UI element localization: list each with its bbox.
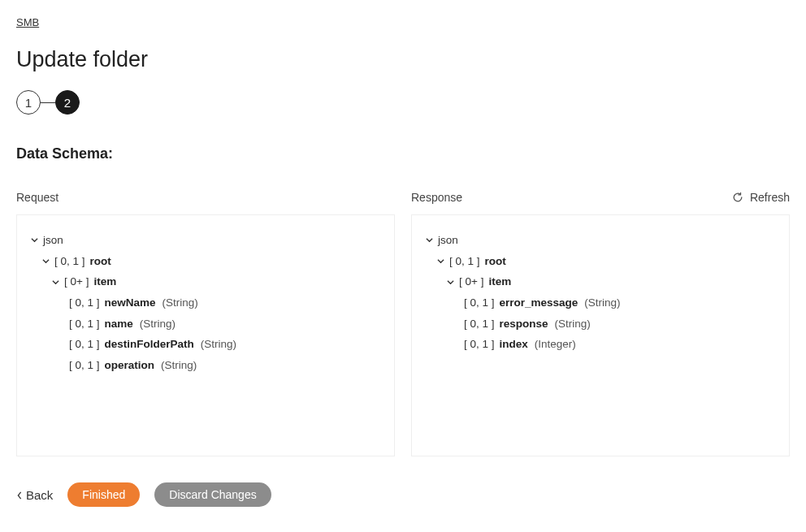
chevron-down-icon[interactable] bbox=[436, 257, 444, 265]
finished-button[interactable]: Finished bbox=[67, 482, 140, 507]
step-connector bbox=[41, 102, 55, 103]
node-type: (String) bbox=[201, 334, 236, 355]
request-panel: json [ 0, 1 ] root [ 0+ ] item [ 0, 1 ] … bbox=[16, 214, 395, 456]
refresh-icon bbox=[732, 192, 743, 203]
cardinality: [ 0+ ] bbox=[64, 271, 89, 292]
request-field-row[interactable]: [ 0, 1 ] name (String) bbox=[30, 314, 381, 335]
request-column: Request json [ 0, 1 ] root [ 0+ ] bbox=[16, 188, 395, 456]
page-title: Update folder bbox=[16, 47, 790, 72]
tree-node-label: json bbox=[438, 230, 458, 251]
request-field-row[interactable]: [ 0, 1 ] operation (String) bbox=[30, 355, 381, 376]
response-json-row[interactable]: json bbox=[425, 230, 776, 251]
cardinality: [ 0+ ] bbox=[459, 271, 483, 292]
node-name: name bbox=[105, 314, 133, 335]
discard-changes-button[interactable]: Discard Changes bbox=[154, 482, 271, 507]
schema-container: Request json [ 0, 1 ] root [ 0+ ] bbox=[16, 188, 790, 456]
chevron-left-icon bbox=[16, 488, 23, 502]
cardinality: [ 0, 1 ] bbox=[449, 251, 480, 272]
response-field-row[interactable]: [ 0, 1 ] index (Integer) bbox=[425, 334, 776, 355]
cardinality: [ 0, 1 ] bbox=[464, 292, 495, 314]
node-type: (String) bbox=[555, 314, 591, 335]
response-label: Response bbox=[411, 191, 462, 204]
chevron-down-icon[interactable] bbox=[41, 257, 50, 265]
cardinality: [ 0, 1 ] bbox=[69, 314, 100, 335]
request-item-row[interactable]: [ 0+ ] item bbox=[30, 271, 381, 292]
step-2[interactable]: 2 bbox=[55, 90, 80, 115]
node-name: root bbox=[90, 251, 111, 272]
chevron-down-icon[interactable] bbox=[446, 279, 454, 286]
response-field-row[interactable]: [ 0, 1 ] error_message (String) bbox=[425, 292, 776, 314]
cardinality: [ 0, 1 ] bbox=[464, 314, 495, 335]
request-root-row[interactable]: [ 0, 1 ] root bbox=[30, 251, 381, 272]
cardinality: [ 0, 1 ] bbox=[69, 292, 100, 314]
request-label: Request bbox=[16, 191, 58, 204]
request-json-row[interactable]: json bbox=[30, 230, 381, 251]
stepper: 1 2 bbox=[16, 90, 790, 115]
response-panel: json [ 0, 1 ] root [ 0+ ] item [ 0, 1 ] … bbox=[411, 214, 790, 456]
node-type: (String) bbox=[162, 292, 198, 314]
node-type: (String) bbox=[140, 314, 176, 335]
node-name: response bbox=[500, 314, 548, 335]
node-type: (String) bbox=[161, 355, 197, 376]
breadcrumb-link[interactable]: SMB bbox=[16, 16, 39, 28]
cardinality: [ 0, 1 ] bbox=[464, 334, 495, 355]
chevron-down-icon[interactable] bbox=[51, 279, 59, 286]
chevron-down-icon[interactable] bbox=[30, 236, 38, 244]
response-field-row[interactable]: [ 0, 1 ] response (String) bbox=[425, 314, 776, 335]
section-title: Data Schema: bbox=[16, 145, 790, 162]
chevron-down-icon[interactable] bbox=[425, 236, 433, 244]
response-root-row[interactable]: [ 0, 1 ] root bbox=[425, 251, 776, 272]
cardinality: [ 0, 1 ] bbox=[69, 334, 100, 355]
back-label: Back bbox=[26, 488, 53, 502]
cardinality: [ 0, 1 ] bbox=[69, 355, 100, 376]
refresh-label: Refresh bbox=[750, 191, 790, 204]
node-name: destinFolderPath bbox=[105, 334, 194, 355]
node-name: root bbox=[485, 251, 506, 272]
node-name: operation bbox=[105, 355, 155, 376]
node-type: (Integer) bbox=[535, 334, 576, 355]
back-button[interactable]: Back bbox=[16, 488, 53, 502]
cardinality: [ 0, 1 ] bbox=[54, 251, 85, 272]
request-field-row[interactable]: [ 0, 1 ] newName (String) bbox=[30, 292, 381, 314]
node-name: item bbox=[93, 271, 116, 292]
response-item-row[interactable]: [ 0+ ] item bbox=[425, 271, 776, 292]
refresh-button[interactable]: Refresh bbox=[732, 191, 790, 204]
node-name: newName bbox=[105, 292, 156, 314]
node-name: error_message bbox=[500, 292, 578, 314]
response-column: Response Refresh json bbox=[411, 188, 790, 456]
step-1[interactable]: 1 bbox=[16, 90, 41, 115]
node-name: index bbox=[500, 334, 528, 355]
tree-node-label: json bbox=[43, 230, 63, 251]
node-type: (String) bbox=[584, 292, 620, 314]
request-field-row[interactable]: [ 0, 1 ] destinFolderPath (String) bbox=[30, 334, 381, 355]
footer-actions: Back Finished Discard Changes bbox=[16, 482, 790, 507]
node-name: item bbox=[488, 271, 511, 292]
